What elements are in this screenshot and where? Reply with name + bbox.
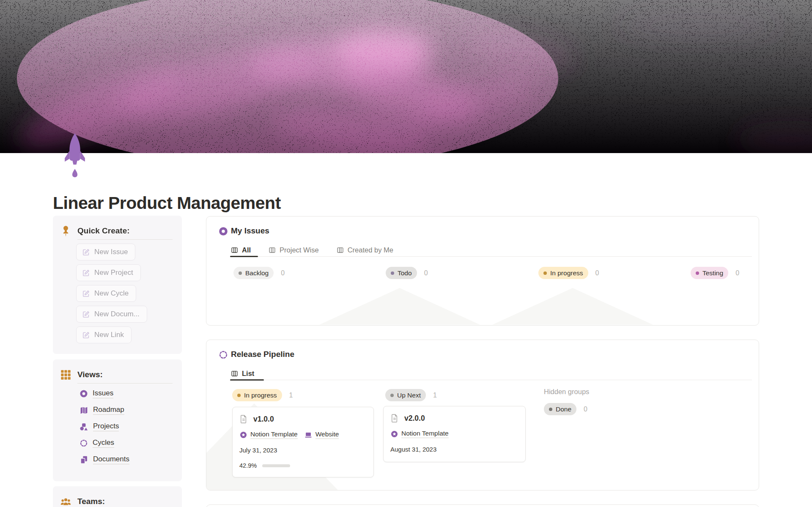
link-label: Website <box>315 430 339 439</box>
decorative-triangle <box>319 288 480 325</box>
status-column-backlog: Backlog 0 <box>233 267 285 279</box>
button-label: New Docum... <box>94 310 140 318</box>
release-date: July 31, 2023 <box>239 447 277 454</box>
divider <box>77 239 173 240</box>
progress-row: 42.9% <box>239 462 290 469</box>
status-count: 0 <box>281 269 285 277</box>
tabs-divider <box>231 256 752 257</box>
status-dot-icon <box>390 394 394 397</box>
status-label: In progress <box>550 269 583 277</box>
button-label: New Issue <box>94 248 128 256</box>
status-badge[interactable]: Done <box>544 403 576 415</box>
quick-create-panel: Quick Create: New Issue New Project New … <box>53 216 182 354</box>
view-label: Roadmap <box>93 406 124 415</box>
views-heading: Views: <box>77 370 103 379</box>
new-document-button[interactable]: New Docum... <box>76 306 147 323</box>
document-icon <box>239 414 248 424</box>
view-label: Cycles <box>93 438 114 448</box>
view-link-projects[interactable]: Projects <box>80 422 129 431</box>
new-project-button[interactable]: New Project <box>76 264 141 281</box>
button-label: New Cycle <box>94 289 129 298</box>
status-count: 0 <box>424 269 428 277</box>
status-badge[interactable]: Backlog <box>233 267 274 279</box>
progress-percent: 42.9% <box>239 462 257 469</box>
status-column-testing: Testing 0 <box>691 267 739 279</box>
release-date: August 31, 2023 <box>390 446 436 453</box>
decorative-triangle <box>492 288 653 325</box>
notion-star-icon <box>239 431 247 439</box>
release-item-card[interactable]: v2.0.0 Notion Template August 31, 2023 <box>383 406 526 462</box>
notion-template-link[interactable]: Notion Template <box>239 430 298 439</box>
view-tabs: All Project Wise Created by Me <box>231 244 393 256</box>
status-count: 0 <box>584 406 587 413</box>
dashed-circle-icon[interactable] <box>219 350 228 359</box>
quick-create-heading: Quick Create: <box>77 226 130 236</box>
board-icon <box>269 247 276 254</box>
target-donut-icon <box>80 389 88 398</box>
item-links: Notion Template Website <box>239 430 339 439</box>
release-item-card[interactable]: v1.0.0 Notion Template Website Jul <box>232 407 374 477</box>
compose-icon <box>82 248 90 256</box>
starfield-nebula-art <box>0 0 812 153</box>
status-label: Todo <box>398 269 412 277</box>
database-title[interactable]: Release Pipeline <box>231 350 294 359</box>
compose-icon <box>82 331 90 339</box>
item-title-row: v2.0.0 <box>390 414 425 423</box>
release-pipeline-card: Release Pipeline List In progress 1 Up N… <box>206 340 759 491</box>
status-badge[interactable]: Up Next <box>385 389 426 401</box>
target-donut-icon[interactable] <box>219 227 228 236</box>
laptop-icon <box>304 431 313 439</box>
status-label: Backlog <box>245 269 269 277</box>
tab-all[interactable]: All <box>231 244 251 256</box>
tab-label: Project Wise <box>280 246 319 254</box>
view-link-roadmap[interactable]: Roadmap <box>80 406 129 415</box>
tab-project-wise[interactable]: Project Wise <box>269 244 319 256</box>
shapes-icon <box>80 422 88 431</box>
new-issue-button[interactable]: New Issue <box>76 244 135 260</box>
new-link-button[interactable]: New Link <box>76 326 132 343</box>
compose-icon <box>82 310 90 318</box>
status-badge[interactable]: In progress <box>538 267 588 279</box>
status-badge[interactable]: Testing <box>691 267 728 279</box>
status-dot-icon <box>543 271 547 275</box>
notion-star-icon <box>390 430 398 438</box>
status-label: Up Next <box>397 392 421 399</box>
notion-template-link[interactable]: Notion Template <box>390 430 449 438</box>
rocket-icon[interactable] <box>63 133 86 183</box>
button-label: New Project <box>94 269 133 277</box>
hidden-groups-label[interactable]: Hidden groups <box>544 388 589 396</box>
active-tab-underline <box>230 256 258 257</box>
view-label: Issues <box>93 389 113 398</box>
views-panel: Views: Issues Roadmap Projects Cycles Do… <box>53 359 182 481</box>
board-icon <box>231 370 238 377</box>
tab-created-by-me[interactable]: Created by Me <box>337 244 393 256</box>
button-label: New Link <box>94 331 124 339</box>
status-label: Done <box>556 406 571 413</box>
cover-image <box>0 0 812 153</box>
status-column-in-progress: In progress 0 <box>538 267 599 279</box>
item-title: v1.0.0 <box>253 415 274 424</box>
teams-panel: Teams: <box>53 486 182 507</box>
view-label: Projects <box>93 422 119 431</box>
database-title[interactable]: My Issues <box>231 226 269 236</box>
status-dot-icon <box>239 271 242 275</box>
dashed-circle-icon <box>80 439 88 447</box>
view-link-issues[interactable]: Issues <box>80 389 129 398</box>
status-badge[interactable]: In progress <box>232 389 282 401</box>
tab-list[interactable]: List <box>231 367 254 380</box>
pages-icon <box>80 455 88 464</box>
compose-icon <box>82 269 90 277</box>
status-badge[interactable]: Todo <box>386 267 417 279</box>
view-link-cycles[interactable]: Cycles <box>80 438 129 448</box>
active-tab-underline <box>230 379 264 381</box>
notion-page: Linear Product Management Quick Create: … <box>0 0 812 507</box>
status-count: 1 <box>289 392 293 399</box>
page-title: Linear Product Management <box>53 193 281 213</box>
view-link-documents[interactable]: Documents <box>80 455 129 464</box>
new-cycle-button[interactable]: New Cycle <box>76 285 136 302</box>
website-link[interactable]: Website <box>304 430 339 439</box>
status-column-done: Done 0 <box>544 403 587 415</box>
map-icon <box>80 406 88 415</box>
status-dot-icon <box>549 408 552 411</box>
status-column-up-next: Up Next 1 <box>385 389 437 401</box>
